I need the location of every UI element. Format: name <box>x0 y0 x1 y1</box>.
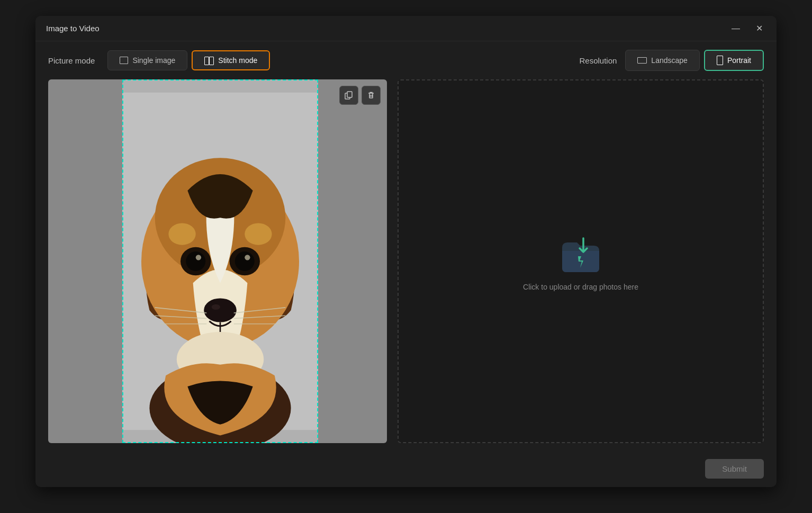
delete-image-button[interactable] <box>362 86 381 105</box>
upload-content: Click to upload or drag photos here <box>523 232 638 291</box>
svg-point-8 <box>235 251 255 271</box>
upload-drop-zone[interactable]: Click to upload or drag photos here <box>398 79 764 443</box>
svg-point-11 <box>212 304 220 310</box>
svg-point-19 <box>245 223 272 245</box>
dog-portrait-area <box>122 79 318 443</box>
single-image-button[interactable]: Single image <box>107 50 187 70</box>
svg-point-9 <box>245 255 250 260</box>
duplicate-icon <box>345 91 353 100</box>
submit-button[interactable]: Submit <box>705 459 764 479</box>
upload-folder-icon <box>557 232 605 274</box>
left-panel-image-area <box>48 79 387 443</box>
main-content: Click to upload or drag photos here <box>35 79 777 454</box>
minimize-button[interactable]: — <box>728 23 743 34</box>
svg-point-10 <box>204 298 237 322</box>
landscape-button[interactable]: Landscape <box>625 50 700 71</box>
svg-point-5 <box>186 251 205 271</box>
close-button[interactable]: ✕ <box>753 22 766 34</box>
dog-image-wrapper <box>48 79 387 443</box>
portrait-button[interactable]: Portrait <box>704 50 764 71</box>
window-controls: — ✕ <box>728 22 766 34</box>
delete-icon <box>367 91 375 100</box>
image-action-buttons <box>339 86 381 105</box>
image-bg-right <box>318 79 387 443</box>
svg-rect-22 <box>347 92 352 97</box>
picture-mode-label: Picture mode <box>48 56 95 65</box>
title-bar: Image to Video — ✕ <box>35 16 777 41</box>
resolution-label: Resolution <box>579 56 617 65</box>
controls-row: Picture mode Single image Stitch mode Re… <box>35 41 777 79</box>
upload-text: Click to upload or drag photos here <box>523 283 638 291</box>
svg-point-6 <box>196 255 201 260</box>
portrait-icon <box>717 56 723 65</box>
bottom-bar: Submit <box>35 454 777 487</box>
picture-mode-buttons: Single image Stitch mode <box>107 50 270 70</box>
svg-point-18 <box>168 223 195 245</box>
dog-illustration <box>122 79 318 443</box>
resolution-buttons: Landscape Portrait <box>625 50 764 71</box>
single-image-icon <box>120 57 128 64</box>
duplicate-image-button[interactable] <box>339 86 358 105</box>
stitch-mode-icon <box>204 57 214 64</box>
image-bg-left <box>48 79 122 443</box>
resolution-section: Resolution Landscape Portrait <box>579 50 764 71</box>
stitch-mode-button[interactable]: Stitch mode <box>192 50 270 70</box>
window-title: Image to Video <box>46 24 100 33</box>
landscape-icon <box>637 57 647 64</box>
